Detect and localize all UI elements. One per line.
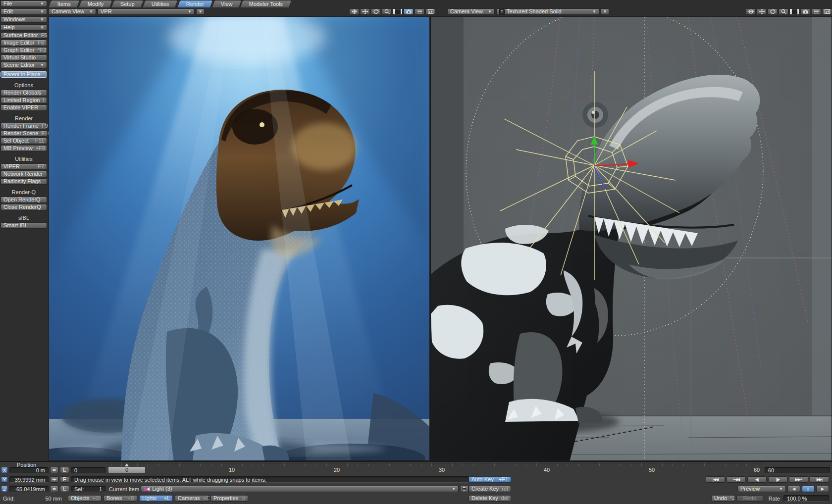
sidebar-item-open-renderq[interactable]: Open RenderQ	[0, 197, 47, 203]
redo-button[interactable]: Redo	[736, 495, 763, 502]
sidebar-item-smart-ibl[interactable]: Smart IBL	[0, 222, 47, 229]
move-icon[interactable]	[757, 8, 767, 15]
move-icon[interactable]	[360, 8, 370, 15]
tab-setup[interactable]: Setup	[111, 0, 144, 7]
item-history-button[interactable]	[460, 486, 468, 492]
help-menu-label: Help	[3, 25, 15, 30]
sidebar-item-parent-in-place[interactable]: Parent in Place	[0, 71, 47, 78]
left-view-type-label: Camera View	[52, 9, 84, 14]
undo-button[interactable]: Undo ^Z	[711, 495, 735, 502]
sidebar-item-radiosity-flags[interactable]: Radiosity Flags	[0, 178, 47, 185]
prev-frame-button[interactable]: ◀||	[747, 476, 767, 483]
create-key-button[interactable]: Create Key ret	[468, 486, 511, 492]
preview-dropdown[interactable]: Preview ▼	[737, 486, 786, 492]
sidebar-item-close-renderq[interactable]: Close RenderQ	[0, 204, 47, 210]
sidebar-item-mb-preview[interactable]: MB Preview+F9	[0, 145, 47, 151]
y-stepper[interactable]: ◀▶	[50, 476, 58, 483]
sidebar-item-render-globals[interactable]: Render Globals	[0, 90, 47, 96]
sidebar-item-viper[interactable]: VIPERF7	[0, 163, 47, 170]
sidebar-item-render-scene[interactable]: Render SceneF10	[0, 130, 47, 137]
sidebar-item-scene-editor[interactable]: Scene Editor▼	[0, 62, 47, 68]
menu-icon[interactable]	[415, 8, 424, 15]
sidebar-item-sel-object[interactable]: Sel ObjectF11	[0, 138, 47, 144]
left-view-type-dropdown[interactable]: Camera View ▼	[49, 8, 96, 15]
z-envelope-button[interactable]: E	[60, 486, 69, 492]
tab-modeler-tools[interactable]: Modeler Tools	[240, 0, 293, 7]
sidebar-item-surface-editor[interactable]: Surface EditorF5	[0, 32, 47, 39]
windows-menu[interactable]: Windows ▼	[0, 16, 47, 23]
camera-icon[interactable]	[800, 8, 810, 15]
play-forward-button[interactable]: ▶	[816, 486, 829, 492]
next-frame-button[interactable]: ||▶	[768, 476, 787, 483]
x-envelope-button[interactable]: E	[60, 467, 69, 473]
current-item-dropdown[interactable]: Light (3) ▼	[141, 486, 459, 492]
right-view-type-dropdown[interactable]: Camera View ▼	[447, 8, 495, 15]
pan-icon[interactable]	[349, 8, 359, 15]
auto-key-button[interactable]: Auto Key +F1	[468, 476, 511, 483]
end-frame-input[interactable]: 60	[765, 467, 830, 473]
help-menu[interactable]: Help ▼	[0, 24, 47, 31]
play-reverse-button[interactable]: ◀	[787, 486, 800, 492]
sidebar-item-label: Network Render	[3, 171, 43, 177]
zoom-icon[interactable]	[382, 8, 392, 15]
maximize-icon[interactable]	[789, 8, 799, 15]
edit-menu[interactable]: Edit ▼	[0, 8, 47, 15]
zoom-icon[interactable]	[779, 8, 788, 15]
sidebar-item-enable-viper[interactable]: Enable VIPER	[0, 104, 47, 111]
rotate-icon[interactable]	[371, 8, 381, 15]
tab-render[interactable]: Render	[177, 0, 213, 7]
right-render-mode-dropdown[interactable]: T Textured Shaded Solid ▼	[496, 8, 599, 15]
tab-label: Utilities	[152, 1, 169, 7]
sidebar-item-network-render[interactable]: Network Render	[0, 171, 47, 177]
menu-icon[interactable]	[811, 8, 821, 15]
cameras-button[interactable]: Cameras+C	[175, 495, 208, 502]
export-icon[interactable]	[425, 8, 435, 15]
camera-icon[interactable]	[404, 8, 414, 15]
file-menu[interactable]: File ▼	[0, 0, 47, 7]
y-envelope-button[interactable]: E	[60, 476, 69, 483]
timeline-frame-number: 50	[649, 467, 655, 473]
rotate-icon[interactable]	[768, 8, 778, 15]
properties-button[interactable]: Propertiesp	[210, 495, 248, 502]
viewport-divider[interactable]	[430, 16, 430, 461]
timeline-handle[interactable]: 0	[108, 466, 146, 473]
current-frame-input[interactable]: 0	[71, 467, 105, 473]
next-key-button[interactable]: ▶▶+	[789, 476, 808, 483]
export-icon[interactable]	[822, 8, 832, 15]
sidebar-item-virtual-studio[interactable]: Virtual Studio	[0, 54, 47, 61]
maximize-icon[interactable]	[393, 8, 403, 15]
right-viewport-options-dropdown[interactable]: ▼	[601, 8, 609, 15]
z-stepper[interactable]: ◀▶	[50, 486, 58, 492]
rate-value-field[interactable]: 100.0 %	[783, 495, 829, 502]
sidebar-item-label: Radiosity Flags	[3, 179, 41, 184]
tab-items[interactable]: Items	[48, 0, 80, 7]
z-axis-chip: Z	[1, 486, 8, 492]
left-render-mode-dropdown[interactable]: VPR ▼	[98, 8, 195, 15]
lights-button[interactable]: Lights+L	[139, 495, 173, 502]
tab-utilities[interactable]: Utilities	[142, 0, 178, 7]
pause-button[interactable]: ||	[802, 486, 815, 492]
position-z-field[interactable]: -65.0419mm	[9, 486, 49, 492]
sidebar-item-limited-region[interactable]: Limited Regionl	[0, 97, 47, 103]
left-viewport-options-dropdown[interactable]: ▼	[196, 8, 205, 15]
pan-icon[interactable]	[746, 8, 756, 15]
timeline-ruler[interactable]: 0 102030405060	[107, 462, 763, 473]
position-y-field[interactable]: 39.9992 mm	[9, 476, 49, 483]
x-stepper[interactable]: ◀▶	[50, 467, 58, 473]
objects-button[interactable]: Objects+O	[68, 495, 102, 502]
model-viewport[interactable]	[430, 16, 832, 461]
delete-key-button[interactable]: Delete Key del	[468, 495, 511, 502]
sidebar-item-graph-editor[interactable]: Graph Editor^F2	[0, 47, 47, 53]
sidebar-item-image-editor[interactable]: Image EditorF6	[0, 40, 47, 46]
go-end-button[interactable]: ▶▶|	[810, 476, 829, 483]
timeline-frame-number: 60	[754, 467, 760, 473]
tab-modify[interactable]: Modify	[78, 0, 113, 7]
bones-button[interactable]: Bones+B	[104, 495, 137, 502]
sidebar-item-render-frame[interactable]: Render FrameF9	[0, 123, 47, 129]
vpr-render-viewport[interactable]	[49, 16, 430, 461]
position-x-field[interactable]: 0 m	[9, 467, 49, 473]
undo-label: Undo	[714, 496, 727, 501]
go-start-button[interactable]: |◀◀	[706, 476, 725, 483]
prev-key-button[interactable]: +◀◀	[727, 476, 746, 483]
tab-view[interactable]: View	[211, 0, 242, 7]
